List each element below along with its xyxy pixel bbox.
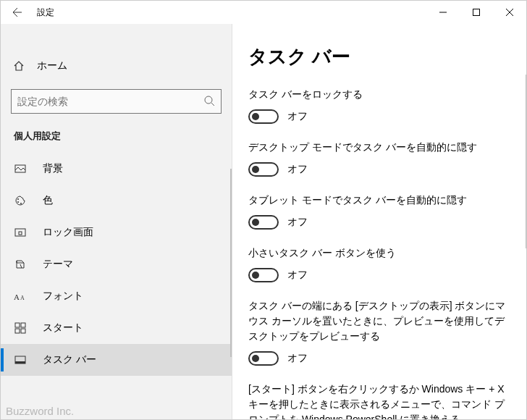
svg-rect-13 bbox=[21, 329, 25, 333]
palette-icon bbox=[14, 195, 27, 206]
sidebar-item-background[interactable]: 背景 bbox=[1, 153, 232, 185]
search-box[interactable] bbox=[11, 89, 222, 114]
setting-label: タブレット モードでタスク バーを自動的に隠す bbox=[248, 193, 510, 208]
toggle-small-buttons[interactable] bbox=[248, 268, 279, 282]
svg-rect-15 bbox=[15, 361, 25, 364]
content-area: ホーム 個人用設定 背景 bbox=[1, 24, 526, 419]
setting-autohide-desktop: デスクトップ モードでタスク バーを自動的に隠す オフ bbox=[248, 140, 510, 177]
close-icon bbox=[506, 9, 513, 16]
svg-rect-7 bbox=[19, 232, 22, 235]
svg-rect-12 bbox=[15, 329, 20, 333]
setting-label: デスクトップ モードでタスク バーを自動的に隠す bbox=[248, 140, 510, 155]
lockscreen-icon bbox=[14, 227, 27, 238]
taskbar-icon bbox=[14, 354, 27, 366]
window-title: 設定 bbox=[34, 7, 54, 19]
sidebar-item-label: フォント bbox=[43, 290, 83, 303]
sidebar-item-label: テーマ bbox=[43, 258, 73, 271]
setting-small-buttons: 小さいタスク バー ボタンを使う オフ bbox=[248, 245, 510, 282]
setting-label: タスク バーをロックする bbox=[248, 87, 510, 102]
back-arrow-icon bbox=[12, 7, 23, 18]
themes-icon bbox=[14, 259, 27, 270]
main-scrollbar[interactable] bbox=[526, 75, 526, 248]
window-controls bbox=[426, 1, 526, 24]
sidebar-item-fonts[interactable]: AA フォント bbox=[1, 280, 232, 312]
toggle-lock-taskbar[interactable] bbox=[248, 109, 279, 124]
sidebar-item-label: 背景 bbox=[43, 162, 63, 175]
sidebar-item-label: 色 bbox=[43, 194, 53, 207]
setting-powershell-replace: [スタート] ボタンを右クリックするか Windows キー + X キーを押し… bbox=[248, 382, 510, 419]
settings-window: 設定 ホーム bbox=[0, 0, 527, 420]
sidebar-item-start[interactable]: スタート bbox=[1, 312, 232, 344]
fonts-icon: AA bbox=[14, 291, 27, 301]
sidebar-scrollbar[interactable] bbox=[230, 169, 232, 357]
maximize-button[interactable] bbox=[460, 1, 493, 24]
back-button[interactable] bbox=[1, 1, 34, 24]
maximize-icon bbox=[473, 9, 480, 16]
close-button[interactable] bbox=[493, 1, 526, 24]
titlebar: 設定 bbox=[1, 1, 526, 24]
svg-point-3 bbox=[17, 198, 19, 200]
toggle-peek-desktop[interactable] bbox=[248, 351, 279, 366]
search-wrap bbox=[11, 89, 222, 114]
sidebar-item-label: スタート bbox=[43, 322, 83, 335]
sidebar: ホーム 個人用設定 背景 bbox=[1, 24, 232, 419]
toggle-autohide-desktop[interactable] bbox=[248, 162, 279, 177]
home-label: ホーム bbox=[37, 59, 67, 72]
svg-rect-0 bbox=[473, 9, 480, 16]
minimize-icon bbox=[439, 9, 447, 16]
sidebar-item-label: タスク バー bbox=[43, 353, 96, 366]
sidebar-item-lockscreen[interactable]: ロック画面 bbox=[1, 217, 232, 248]
nav-list: 背景 色 ロック画面 bbox=[1, 153, 232, 376]
setting-autohide-tablet: タブレット モードでタスク バーを自動的に隠す オフ bbox=[248, 193, 510, 230]
toggle-state: オフ bbox=[287, 269, 308, 282]
svg-rect-10 bbox=[15, 323, 20, 327]
main-panel: タスク バー タスク バーをロックする オフ デスクトップ モードでタスク バー… bbox=[232, 24, 526, 419]
svg-point-1 bbox=[205, 96, 212, 104]
toggle-state: オフ bbox=[287, 110, 308, 123]
setting-lock-taskbar: タスク バーをロックする オフ bbox=[248, 87, 510, 124]
section-header: 個人用設定 bbox=[1, 127, 232, 153]
home-button[interactable]: ホーム bbox=[1, 50, 232, 82]
picture-icon bbox=[14, 163, 27, 175]
svg-point-4 bbox=[17, 201, 19, 203]
toggle-state: オフ bbox=[287, 352, 308, 365]
svg-text:A: A bbox=[14, 293, 20, 301]
setting-label: タスク バーの端にある [デスクトップの表示] ボタンにマウス カーソルを置いた… bbox=[248, 298, 510, 344]
sidebar-item-label: ロック画面 bbox=[43, 226, 93, 239]
svg-rect-11 bbox=[21, 323, 25, 327]
svg-point-5 bbox=[20, 203, 22, 204]
svg-text:A: A bbox=[20, 295, 25, 301]
sidebar-item-taskbar[interactable]: タスク バー bbox=[1, 344, 232, 376]
setting-label: 小さいタスク バー ボタンを使う bbox=[248, 245, 510, 261]
search-icon bbox=[203, 95, 215, 109]
setting-label: [スタート] ボタンを右クリックするか Windows キー + X キーを押し… bbox=[248, 382, 510, 419]
setting-peek-desktop: タスク バーの端にある [デスクトップの表示] ボタンにマウス カーソルを置いた… bbox=[248, 298, 510, 366]
home-icon bbox=[12, 60, 25, 72]
search-input[interactable] bbox=[17, 96, 203, 107]
sidebar-item-themes[interactable]: テーマ bbox=[1, 248, 232, 280]
start-icon bbox=[14, 322, 27, 334]
sidebar-item-colors[interactable]: 色 bbox=[1, 185, 232, 217]
toggle-state: オフ bbox=[287, 163, 308, 176]
minimize-button[interactable] bbox=[426, 1, 460, 24]
page-title: タスク バー bbox=[248, 44, 510, 70]
toggle-autohide-tablet[interactable] bbox=[248, 215, 279, 230]
toggle-state: オフ bbox=[287, 216, 308, 229]
